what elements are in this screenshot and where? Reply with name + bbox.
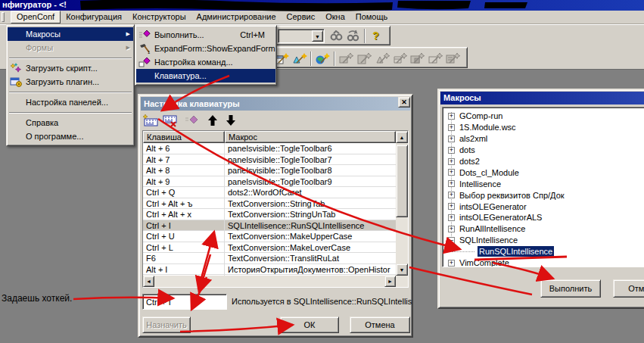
- tree-item[interactable]: RunAllIntellisence: [443, 223, 644, 235]
- wizard-icon-5[interactable]: [356, 51, 372, 66]
- window-titlebar[interactable]: нфигуратор - <!: [0, 0, 644, 11]
- ok-button[interactable]: ОК: [280, 316, 339, 333]
- menu-item-help[interactable]: Справка: [8, 116, 133, 129]
- tree-item[interactable]: Intellisence: [443, 178, 644, 189]
- v-scroll-track[interactable]: [396, 143, 408, 263]
- tree-item[interactable]: intsOLEGenerator: [443, 201, 644, 212]
- scroll-up-icon[interactable]: ▲: [396, 131, 408, 143]
- tree-item[interactable]: dots: [443, 145, 644, 156]
- submenu-item-run[interactable]: Выполнить... Ctrl+M: [136, 28, 275, 42]
- tree-item[interactable]: Выбор реквизитов Спр/Док: [443, 189, 644, 201]
- h-scroll-track[interactable]: [154, 276, 384, 287]
- wizard-icon-6[interactable]: [375, 51, 390, 66]
- menubar-item[interactable]: Конструкторы: [127, 11, 191, 23]
- table-row[interactable]: F6 TextConversion::TranslitRuLat: [143, 253, 396, 264]
- table-row[interactable]: Alt + 7 panelsvisible::TogleToolbar7: [143, 154, 396, 166]
- expand-toggle-icon[interactable]: [448, 169, 455, 176]
- macro-disabled-icon[interactable]: [185, 114, 201, 128]
- menu-item-forms[interactable]: Формы ▶: [8, 41, 133, 55]
- tree-item[interactable]: RunSQLIntellisence: [443, 246, 644, 257]
- find-icon[interactable]: [329, 29, 344, 43]
- submenu-item-commands-setup[interactable]: Настройка команд...: [136, 55, 275, 69]
- menubar-item[interactable]: Администрирование: [191, 11, 282, 23]
- cancel-button[interactable]: Отмена: [350, 316, 410, 333]
- menu-item-panels-setup[interactable]: Настройка панелей...: [8, 95, 133, 109]
- scroll-thumb[interactable]: [396, 145, 408, 217]
- table-row[interactable]: Ctrl + Q dots2::WordOfCaret: [143, 187, 396, 198]
- web-wizard-icon[interactable]: [314, 51, 330, 66]
- macros-cancel-button[interactable]: Отмена: [613, 279, 644, 298]
- hotkey-input[interactable]: [142, 294, 227, 310]
- table-row[interactable]: Ctrl + U TextConversion::MakeUpperCase: [143, 231, 396, 242]
- scroll-down-icon[interactable]: ▼: [396, 263, 408, 276]
- wizard-icon-10[interactable]: [445, 51, 461, 66]
- menubar-item[interactable]: Окна: [320, 11, 350, 23]
- expand-toggle-icon[interactable]: [448, 203, 455, 210]
- menu-item-about[interactable]: О программе...: [8, 129, 133, 143]
- wizard-icon-9[interactable]: [428, 51, 443, 66]
- expand-toggle-icon[interactable]: [448, 260, 455, 267]
- table-row[interactable]: Alt + 6 panelsvisible::TogleToolbar6: [143, 143, 396, 154]
- expand-toggle-icon[interactable]: [448, 147, 455, 154]
- wizard-icon-7[interactable]: [392, 51, 408, 66]
- expand-toggle-icon[interactable]: [448, 226, 455, 232]
- tree-item[interactable]: dots2: [443, 156, 644, 167]
- keyboard-new-icon[interactable]: [142, 114, 159, 128]
- close-icon[interactable]: ✕: [398, 97, 410, 108]
- table-row[interactable]: Ctrl + I SQLIntellisence::RunSQLIntellis…: [143, 220, 396, 232]
- help-icon[interactable]: ?: [369, 29, 383, 43]
- expand-toggle-icon[interactable]: [448, 113, 455, 120]
- wizard-icon-4[interactable]: [338, 51, 354, 66]
- vertical-scrollbar[interactable]: ▲ ▼: [396, 131, 408, 287]
- menubar-item[interactable]: OpenConf: [11, 11, 61, 23]
- table-row[interactable]: Ctrl + Alt + x TextConversion::StringUnT…: [143, 209, 396, 220]
- dialog-titlebar[interactable]: Настройка клавиатуры: [141, 97, 410, 111]
- dropdown-icon[interactable]: ▼: [312, 30, 323, 42]
- macros-panel-titlebar[interactable]: Макросы: [440, 92, 644, 104]
- menubar-item[interactable]: Помощь: [350, 11, 394, 23]
- horizontal-scrollbar[interactable]: ◄ ►: [143, 276, 396, 287]
- move-up-icon[interactable]: [204, 114, 221, 128]
- table-row[interactable]: Alt + I ИсторияОткрытияДокументов::OpenH…: [143, 264, 396, 276]
- run-button[interactable]: Выполнить: [540, 279, 601, 298]
- expand-toggle-icon[interactable]: [448, 180, 455, 187]
- table-row[interactable]: Alt + 9 panelsvisible::TogleToolbar9: [143, 176, 396, 188]
- expand-toggle-icon[interactable]: [448, 136, 455, 142]
- menubar-item[interactable]: Сервис: [282, 11, 321, 23]
- scroll-right-icon[interactable]: ►: [384, 276, 396, 287]
- menu-item-load-script[interactable]: Загрузить скрипт...: [8, 61, 133, 75]
- table-row[interactable]: Alt + 8 panelsvisible::TogleToolbar8: [143, 165, 396, 176]
- tree-item[interactable]: als2xml: [443, 133, 644, 145]
- tree-item[interactable]: VimComplete: [443, 257, 644, 267]
- menubar-item[interactable]: Конфигурация: [61, 11, 127, 23]
- assign-button[interactable]: Назначить: [142, 316, 191, 333]
- menu-item-label: Макросы: [26, 27, 61, 41]
- report-wizard-icon[interactable]: [291, 51, 307, 66]
- tree-item[interactable]: SQLIntellisence: [443, 235, 644, 246]
- find-next-icon[interactable]: [346, 29, 360, 43]
- submenu-item-keyboard[interactable]: Клавиатура...: [136, 69, 275, 83]
- table-row[interactable]: Ctrl + Alt + ъ TextConversion::StringTab: [143, 198, 396, 210]
- table-row[interactable]: Ctrl + L TextConversion::MakeLoverCase: [143, 242, 396, 254]
- tree-item[interactable]: Dots_cl_Module: [443, 167, 644, 178]
- search-combobox[interactable]: ▼: [278, 29, 325, 43]
- wizard-icon-8[interactable]: [409, 51, 425, 66]
- tree-item[interactable]: 1S.Module.wsc: [443, 122, 644, 133]
- keyboard-delete-icon[interactable]: [162, 114, 179, 128]
- menu-item-load-plugin[interactable]: Загрузить плагин...: [8, 75, 133, 89]
- expand-toggle-icon[interactable]: [448, 158, 455, 165]
- tree-item[interactable]: intsOLEGeneratorALS: [443, 212, 644, 223]
- expand-toggle-icon[interactable]: [448, 214, 455, 221]
- column-header-macro[interactable]: Макрос: [225, 131, 396, 143]
- tree-item[interactable]: GComp-run: [443, 111, 644, 122]
- macros-tree: GComp-run 1S.Module.wsc als2xml dots dot…: [442, 107, 644, 267]
- column-header-key[interactable]: Клавиша: [143, 131, 225, 143]
- submenu-item-expandform[interactable]: 1 ExpandForm::ShowExpandForm: [136, 42, 275, 55]
- expand-toggle-icon[interactable]: [448, 124, 455, 131]
- menu-grip[interactable]: [2, 12, 5, 22]
- scroll-left-icon[interactable]: ◄: [143, 276, 154, 287]
- menu-item-macros[interactable]: Макросы ▶: [8, 27, 133, 41]
- expand-toggle-icon[interactable]: [448, 237, 455, 244]
- expand-toggle-icon[interactable]: [448, 192, 455, 198]
- move-down-icon[interactable]: [222, 114, 239, 128]
